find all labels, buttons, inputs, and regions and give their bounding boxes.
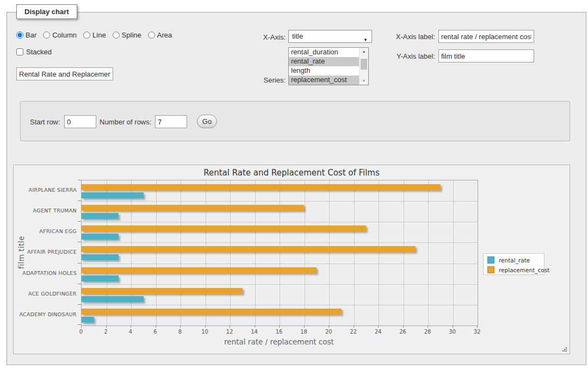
legend-entry-rental_rate: rental_rate <box>487 256 530 264</box>
x-tick-label: 12 <box>221 329 238 335</box>
y-axis-tick <box>78 200 81 201</box>
category-label: ACADEMY DINOSAUR <box>14 304 77 325</box>
chart-type-option-spline[interactable]: Spline <box>113 31 141 39</box>
chart-type-label: Spline <box>122 31 141 39</box>
x-axis-label-input[interactable] <box>438 30 534 43</box>
stacked-checkbox[interactable] <box>16 48 23 55</box>
x-axis-tick <box>354 325 354 328</box>
series-caption: Series: <box>228 76 286 84</box>
x-axis-tick <box>279 325 280 328</box>
y-axis-tick <box>78 304 81 305</box>
x-axis-tick <box>180 325 181 328</box>
scrollbar-thumb[interactable] <box>361 59 367 70</box>
bar-group-affair-prejudice <box>82 242 478 263</box>
x-axis-tick <box>156 325 156 328</box>
bar-group-airplane-sierra <box>82 180 478 201</box>
bar-group-adaptation-holes <box>82 264 478 284</box>
x-tick-label: 6 <box>147 329 164 335</box>
chart-type-label: Area <box>157 31 172 39</box>
chart-type-radio-area[interactable] <box>148 32 155 39</box>
series-option-replacement_cost[interactable]: replacement_cost <box>289 76 368 85</box>
series-option-length[interactable]: length <box>289 66 368 76</box>
chart-type-option-line[interactable]: Line <box>83 31 106 39</box>
y-axis-label-input[interactable] <box>438 49 534 62</box>
chevron-down-icon: ▼ <box>363 34 368 46</box>
y-axis-tick <box>78 180 81 180</box>
go-button[interactable]: Go <box>197 115 217 128</box>
scroll-down-icon[interactable]: ▼ <box>360 77 368 85</box>
bar-rental_rate <box>82 296 144 302</box>
chart-type-option-bar[interactable]: Bar <box>16 31 36 39</box>
chart-type-option-area[interactable]: Area <box>148 31 172 39</box>
legend-swatch-icon <box>487 266 494 273</box>
stacked-option[interactable]: Stacked <box>16 48 52 56</box>
x-tick-label: 8 <box>172 329 188 335</box>
x-axis-tick <box>329 325 329 328</box>
x-tick-label: 24 <box>370 329 386 335</box>
plot-area <box>81 180 478 326</box>
chart-type-label: Column <box>52 31 77 39</box>
num-rows-label: Number of rows: <box>100 118 151 126</box>
chart-title-input[interactable] <box>16 67 113 80</box>
x-tick-label: 2 <box>98 329 114 335</box>
stacked-label: Stacked <box>26 48 52 56</box>
chart-type-group: BarColumnLineSplineArea <box>16 30 178 40</box>
x-axis-select[interactable]: title ▼ <box>288 30 372 43</box>
x-tick-label: 10 <box>197 329 213 335</box>
x-tick-label: 22 <box>345 329 362 335</box>
bar-rental_rate <box>82 254 119 260</box>
legend-label: rental_rate <box>499 257 530 264</box>
x-tick-label: 0 <box>73 329 89 335</box>
x-tick-label: 18 <box>296 329 312 335</box>
chart-title: Rental Rate and Replacement Cost of Film… <box>14 168 570 178</box>
series-option-rental_duration[interactable]: rental_duration <box>289 48 368 57</box>
resize-grip-icon[interactable] <box>561 346 567 352</box>
x-tick-label: 20 <box>320 329 337 335</box>
bar-rental_rate <box>82 275 119 281</box>
chart-type-radio-line[interactable] <box>83 32 90 39</box>
series-listbox[interactable]: rental_durationrental_ratelengthreplacem… <box>288 47 369 85</box>
chart-type-radio-spline[interactable] <box>113 32 120 39</box>
chart-type-option-column[interactable]: Column <box>43 31 77 39</box>
bar-rental_rate <box>82 234 119 240</box>
start-row-label: Start row: <box>30 118 60 126</box>
bar-replacement_cost <box>82 205 304 211</box>
bar-rental_rate <box>82 192 144 198</box>
scroll-up-icon[interactable]: ▲ <box>360 48 368 55</box>
y-axis-tick <box>78 242 81 242</box>
x-tick-label: 28 <box>419 329 436 335</box>
bar-replacement_cost <box>82 309 342 315</box>
y-axis-label-caption: Y-Axis label: <box>383 52 435 60</box>
x-tick-label: 32 <box>469 329 485 335</box>
x-axis-label-caption: X-Axis label: <box>383 33 435 41</box>
bar-replacement_cost <box>82 267 317 273</box>
bar-group-ace-goldfinger <box>82 284 478 305</box>
legend-entry-replacement_cost: replacement_cost <box>487 266 549 273</box>
start-row-input[interactable] <box>64 115 96 128</box>
x-tick-label: 14 <box>246 329 263 335</box>
x-axis-tick <box>255 325 255 328</box>
x-tick-label: 30 <box>444 329 461 335</box>
chart-type-radio-bar[interactable] <box>16 32 23 39</box>
category-label: AGENT TRUMAN <box>14 200 77 221</box>
bar-group-agent-truman <box>82 201 478 222</box>
bar-group-academy-dinosaur <box>82 305 478 325</box>
num-rows-input[interactable] <box>155 115 187 128</box>
series-option-rental_rate[interactable]: rental_rate <box>289 57 368 66</box>
series-scrollbar[interactable]: ▲ ▼ <box>359 48 368 85</box>
chart-legend: rental_ratereplacement_cost <box>483 253 544 275</box>
y-axis-tick <box>78 221 81 222</box>
chart-type-label: Line <box>92 31 106 39</box>
chart-type-radio-column[interactable] <box>43 32 50 39</box>
page: Display chart BarColumnLineSplineArea St… <box>0 0 588 370</box>
bar-replacement_cost <box>82 288 243 294</box>
x-axis-tick <box>477 325 478 328</box>
x-axis-tick <box>378 325 379 328</box>
x-tick-label: 16 <box>271 329 287 335</box>
fieldset-legend-label: Display chart <box>24 8 69 16</box>
x-axis-tick <box>428 325 428 328</box>
legend-label: replacement_cost <box>499 267 549 273</box>
fieldset-legend: Display chart <box>16 4 77 19</box>
chart-container: Rental Rate and Replacement Cost of Film… <box>13 165 570 354</box>
x-axis-tick <box>304 325 305 328</box>
